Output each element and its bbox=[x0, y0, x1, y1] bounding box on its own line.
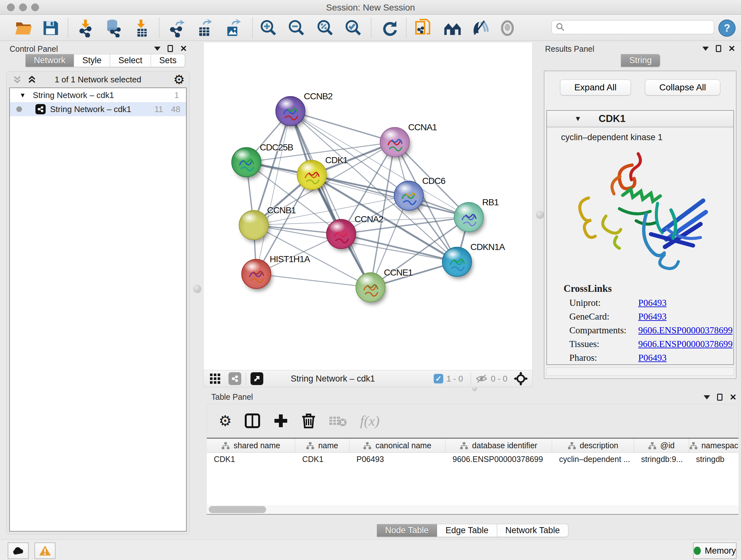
table-options-gear-icon[interactable]: ⚙ bbox=[219, 412, 232, 429]
clone-network-button[interactable] bbox=[414, 18, 433, 38]
network-edge[interactable] bbox=[290, 111, 395, 142]
table-horizontal-scrollbar[interactable] bbox=[207, 505, 738, 514]
zoom-selected-button[interactable] bbox=[344, 18, 363, 38]
column-type-icon bbox=[648, 442, 657, 449]
protein-ribbon-thumbnail bbox=[276, 97, 306, 127]
zoom-in-button[interactable] bbox=[259, 18, 278, 38]
network-node-RB1[interactable] bbox=[454, 202, 484, 232]
search-input[interactable] bbox=[565, 22, 705, 32]
left-splitter-handle[interactable] bbox=[193, 285, 201, 293]
network-share-icon[interactable] bbox=[228, 372, 241, 385]
selected-checkbox-icon[interactable]: ✓ bbox=[434, 374, 443, 383]
scrollbar-thumb[interactable] bbox=[209, 506, 266, 513]
panel-menu-icon[interactable] bbox=[704, 395, 710, 399]
close-panel-icon[interactable]: ✕ bbox=[180, 45, 187, 52]
open-in-window-icon[interactable] bbox=[251, 372, 263, 385]
crosshair-icon[interactable] bbox=[514, 372, 528, 386]
table-tab[interactable]: Network Table bbox=[497, 524, 569, 537]
entry-expand-icon[interactable]: ▼ bbox=[575, 115, 582, 123]
column-header[interactable]: shared name bbox=[207, 439, 295, 452]
first-neighbors-button[interactable] bbox=[443, 18, 462, 38]
memory-button[interactable]: Memory bbox=[693, 543, 737, 559]
eye-slash-icon bbox=[470, 19, 488, 37]
close-panel-icon[interactable]: ✕ bbox=[728, 45, 735, 52]
column-header[interactable]: namespace bbox=[689, 439, 738, 452]
control-panel-tab[interactable]: Network bbox=[25, 54, 74, 67]
delete-column-icon[interactable] bbox=[301, 413, 316, 429]
hide-selected-button[interactable] bbox=[470, 18, 489, 38]
collapse-all-button[interactable]: Collapse All bbox=[645, 79, 720, 96]
network-node-CDKN1A[interactable] bbox=[442, 247, 472, 277]
zoom-out-button[interactable] bbox=[287, 18, 307, 38]
network-node-HIST1H1A[interactable] bbox=[241, 259, 271, 289]
float-panel-icon[interactable] bbox=[167, 45, 173, 52]
network-row[interactable]: String Network – cdk1 11 48 bbox=[10, 102, 186, 116]
import-network-database-button[interactable] bbox=[104, 18, 123, 38]
zoom-selected-icon bbox=[344, 19, 363, 37]
control-panel-tab[interactable]: Style bbox=[74, 54, 110, 67]
control-panel-tab[interactable]: Select bbox=[110, 54, 151, 67]
expand-all-button[interactable]: Expand All bbox=[560, 79, 631, 96]
export-table-button[interactable] bbox=[195, 18, 214, 38]
network-options-gear-icon[interactable]: ⚙ bbox=[173, 72, 185, 87]
crosslink-link[interactable]: P06493 bbox=[638, 311, 667, 322]
control-panel-tab[interactable]: Sets bbox=[151, 54, 185, 67]
network-node-CCNA2[interactable] bbox=[326, 219, 356, 249]
crosslink-link[interactable]: P06493 bbox=[638, 353, 667, 363]
results-scrollbar[interactable] bbox=[546, 368, 734, 376]
network-canvas[interactable]: CCNB2CCNA1CDC25BCDK1CDC6RB1CCNB1CCNA2CDK… bbox=[203, 43, 533, 370]
network-node-CCNA1[interactable] bbox=[380, 127, 410, 157]
export-image-button[interactable] bbox=[223, 18, 242, 38]
crosslink-row: Pharos: P06493 bbox=[569, 353, 733, 363]
help-button[interactable]: ? bbox=[718, 18, 737, 38]
table-row[interactable]: CDK1CDK1P064939606.ENSP00000378699cyclin… bbox=[207, 453, 738, 464]
column-header[interactable]: canonical name bbox=[349, 439, 446, 452]
birdseye-grid-icon[interactable] bbox=[209, 372, 221, 385]
network-node-CDC25B[interactable] bbox=[231, 147, 261, 177]
network-node-CDK1[interactable] bbox=[297, 160, 327, 190]
network-edge[interactable] bbox=[256, 111, 290, 274]
table-tab[interactable]: Edge Table bbox=[437, 524, 497, 537]
panel-menu-icon[interactable] bbox=[154, 47, 160, 51]
export-network-icon bbox=[167, 19, 186, 37]
show-column-panel-icon[interactable] bbox=[245, 413, 260, 428]
table-tab[interactable]: Node Table bbox=[377, 524, 437, 537]
close-panel-icon[interactable]: ✕ bbox=[730, 394, 737, 401]
node-entry-header[interactable]: ▼ CDK1 bbox=[547, 111, 733, 127]
apply-layout-button[interactable] bbox=[381, 18, 400, 38]
crosslink-link[interactable]: P06493 bbox=[638, 298, 667, 308]
warnings-button[interactable] bbox=[35, 543, 56, 559]
import-network-file-button[interactable] bbox=[77, 18, 96, 38]
network-node-CCNB1[interactable] bbox=[239, 210, 269, 240]
delete-table-icon[interactable] bbox=[329, 414, 347, 428]
panel-menu-icon[interactable] bbox=[702, 47, 709, 51]
tree-expand-icon[interactable]: ▼ bbox=[19, 91, 26, 99]
save-session-button[interactable] bbox=[41, 18, 60, 38]
tab-string[interactable]: String bbox=[621, 54, 661, 67]
hidden-eye-icon[interactable] bbox=[475, 374, 488, 383]
export-network-button[interactable] bbox=[167, 18, 186, 38]
column-header[interactable]: description bbox=[552, 439, 634, 452]
float-panel-icon[interactable] bbox=[717, 394, 723, 401]
fit-content-button[interactable] bbox=[316, 18, 335, 38]
crosslink-link[interactable]: 9606.ENSP00000378699 bbox=[638, 339, 733, 349]
table-cell: stringdb bbox=[689, 453, 738, 464]
network-node-CCNB2[interactable] bbox=[275, 96, 306, 126]
float-panel-icon[interactable] bbox=[716, 45, 721, 52]
function-builder-icon[interactable]: f(x) bbox=[360, 413, 380, 429]
cloud-button[interactable] bbox=[8, 543, 29, 559]
column-header[interactable]: name bbox=[295, 439, 349, 452]
network-edge[interactable] bbox=[256, 274, 370, 287]
show-all-button[interactable] bbox=[498, 18, 517, 38]
toolbar-separator bbox=[159, 18, 159, 38]
column-header[interactable]: database identifier bbox=[446, 439, 552, 452]
crosslink-link[interactable]: 9606.ENSP00000378699 bbox=[638, 325, 733, 335]
network-collection-row[interactable]: ▼ String Network – cdk1 1 bbox=[10, 88, 186, 102]
column-header[interactable]: @id bbox=[634, 439, 689, 452]
create-column-icon[interactable] bbox=[273, 413, 288, 428]
network-node-CDC6[interactable] bbox=[394, 181, 424, 211]
network-node-CCNE1[interactable] bbox=[355, 272, 386, 302]
open-session-button[interactable] bbox=[14, 18, 33, 38]
import-table-button[interactable] bbox=[132, 18, 151, 38]
protein-ribbon-thumbnail bbox=[443, 247, 473, 277]
